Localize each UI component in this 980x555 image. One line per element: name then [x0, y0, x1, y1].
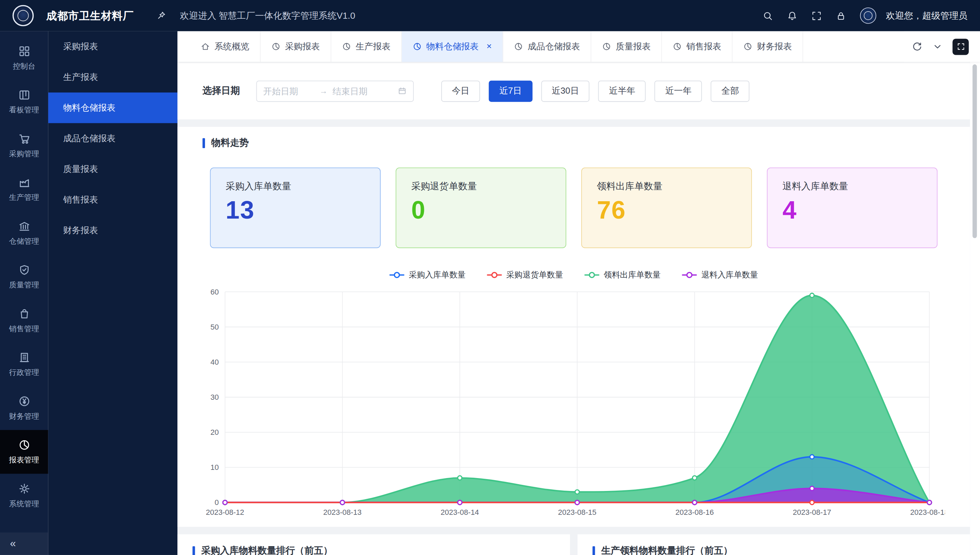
submenu-item-production-report[interactable]: 生产报表 [48, 62, 177, 93]
sidebar-item-admin[interactable]: 行政管理 [0, 343, 48, 386]
svg-text:30: 30 [210, 393, 219, 401]
range-last-7-days-button[interactable]: 近7日 [489, 80, 532, 101]
company-name: 成都市卫生材料厂 [46, 8, 134, 23]
legend-marker-icon [584, 272, 599, 278]
sidebar-item-finance[interactable]: 财务管理 [0, 386, 48, 430]
sidebar-item-warehouse[interactable]: 仓储管理 [0, 211, 48, 255]
svg-text:60: 60 [210, 288, 219, 296]
stat-card-value: 0 [411, 197, 551, 222]
start-date-input[interactable] [263, 86, 314, 96]
sidebar-item-production[interactable]: 生产管理 [0, 167, 48, 211]
legend-marker-icon [487, 272, 502, 278]
sidebar-item-purchase[interactable]: 采购管理 [0, 124, 48, 167]
svg-text:2023-08-14: 2023-08-14 [441, 508, 479, 517]
svg-text:2023-08-16: 2023-08-16 [675, 508, 714, 517]
collapse-icon: « [10, 537, 16, 550]
stat-card-value: 76 [597, 197, 736, 222]
tab-system-overview[interactable]: 系统概览 [190, 31, 260, 62]
submenu-item-material-warehouse-report[interactable]: 物料仓储报表 [48, 93, 177, 123]
fullscreen-icon[interactable] [811, 10, 822, 21]
shield-check-icon [18, 263, 30, 276]
application-window: 成都市卫生材料厂 欢迎进入 智慧工厂一体化数字管理系统V1.0 欢迎您，超级管理… [0, 0, 980, 555]
close-tab-icon[interactable]: ✕ [486, 43, 492, 51]
home-icon [200, 42, 210, 51]
sidebar-item-label: 仓储管理 [9, 236, 39, 247]
sidebar-item-label: 控制台 [13, 61, 35, 72]
stat-cards-row: 采购入库单数量 13 采购退货单数量 0 领料出库单数量 76 退料入库单数 [210, 167, 938, 248]
scrollbar-thumb[interactable] [972, 64, 977, 238]
tab-quality-report[interactable]: 质量报表 [592, 31, 662, 62]
tab-finished-warehouse-report[interactable]: 成品仓储报表 [503, 31, 592, 62]
section-divider [177, 527, 970, 534]
range-today-button[interactable]: 今日 [441, 80, 480, 101]
svg-text:50: 50 [210, 323, 219, 331]
dashboard-grid-icon [18, 45, 30, 57]
date-range-picker[interactable]: → [257, 80, 414, 101]
chevron-down-icon[interactable] [932, 41, 943, 52]
legend-marker-icon [682, 272, 697, 278]
sidebar-item-system[interactable]: 系统管理 [0, 474, 48, 517]
topbar-actions: 欢迎您，超级管理员 [762, 8, 967, 24]
sidebar-item-kanban[interactable]: 看板管理 [0, 80, 48, 124]
tab-bar-controls [904, 31, 969, 62]
calendar-icon [398, 86, 407, 96]
lock-screen-icon[interactable] [835, 10, 846, 21]
legend-item-purchase-return[interactable]: 采购退货单数量 [487, 269, 563, 281]
submenu-item-purchase-report[interactable]: 采购报表 [48, 31, 177, 62]
submenu-item-finance-report[interactable]: 财务报表 [48, 215, 177, 245]
sidebar-item-label: 行政管理 [9, 367, 39, 378]
notification-bell-icon[interactable] [787, 10, 797, 21]
svg-text:0: 0 [215, 498, 219, 507]
svg-text:2023-08-13: 2023-08-13 [323, 508, 362, 517]
submenu-item-sales-report[interactable]: 销售报表 [48, 184, 177, 215]
range-one-year-button[interactable]: 近一年 [654, 80, 702, 101]
tab-material-warehouse-report[interactable]: 物料仓储报表 ✕ [402, 31, 503, 62]
sidebar-item-reports[interactable]: 报表管理 [0, 430, 48, 474]
tab-production-report[interactable]: 生产报表 [331, 31, 402, 62]
sidebar-item-label: 采购管理 [9, 148, 39, 159]
sidebar-item-label: 报表管理 [9, 454, 39, 465]
pie-chart-icon [672, 42, 682, 51]
stat-card-value: 4 [783, 197, 922, 222]
range-all-button[interactable]: 全部 [711, 80, 750, 101]
refresh-icon[interactable] [911, 41, 922, 52]
purchase-inbound-ranking-panel: 采购入库物料数量排行（前五） [177, 534, 570, 555]
content-fullscreen-button[interactable] [953, 38, 969, 55]
sidebar-item-label: 生产管理 [9, 192, 39, 202]
sidebar-item-label: 销售管理 [9, 324, 39, 334]
range-last-30-days-button[interactable]: 近30日 [541, 80, 589, 101]
submenu-item-finished-warehouse-report[interactable]: 成品仓储报表 [48, 123, 177, 154]
range-half-year-button[interactable]: 近半年 [598, 80, 646, 101]
search-icon[interactable] [762, 10, 773, 21]
legend-item-material-return[interactable]: 退料入库单数量 [682, 269, 758, 281]
pie-chart-icon [514, 42, 523, 51]
ranking-panels-row: 采购入库物料数量排行（前五） 生产领料物料数量排行（前五） [177, 534, 970, 555]
tab-purchase-report[interactable]: 采购报表 [260, 31, 331, 62]
tab-finance-report[interactable]: 财务报表 [733, 31, 803, 62]
section-accent-bar [203, 138, 205, 148]
legend-item-purchase-inbound[interactable]: 采购入库单数量 [390, 269, 466, 281]
tab-label: 系统概览 [215, 41, 250, 52]
sidebar-item-sales[interactable]: 销售管理 [0, 298, 48, 342]
sidebar-item-label: 看板管理 [9, 104, 39, 115]
collapse-sidebar-button[interactable]: « [0, 533, 48, 555]
legend-label: 领料出库单数量 [604, 269, 661, 281]
user-avatar[interactable] [860, 8, 876, 24]
tab-bar: 系统概览 采购报表 生产报表 物料仓储报表 ✕ 成品仓储报表 [177, 31, 980, 62]
material-trend-section: 物料走势 采购入库单数量 13 采购退货单数量 0 领料出库单数量 [177, 127, 970, 527]
end-date-input[interactable] [332, 86, 384, 96]
tab-sales-report[interactable]: 销售报表 [662, 31, 733, 62]
section-accent-bar [192, 546, 195, 555]
section-header: 物料走势 [177, 137, 970, 149]
svg-text:2023-08-15: 2023-08-15 [558, 508, 597, 517]
submenu-item-quality-report[interactable]: 质量报表 [48, 154, 177, 184]
legend-item-material-outbound[interactable]: 领料出库单数量 [584, 269, 661, 281]
date-filter-label: 选择日期 [203, 85, 240, 97]
stat-card-material-outbound: 领料出库单数量 76 [581, 167, 752, 248]
stat-card-value: 13 [226, 197, 365, 222]
sidebar-item-quality[interactable]: 质量管理 [0, 255, 48, 298]
tab-label: 物料仓储报表 [426, 41, 479, 52]
sidebar-item-console[interactable]: 控制台 [0, 36, 48, 80]
range-arrow-icon: → [319, 86, 327, 96]
pin-icon[interactable] [156, 11, 166, 21]
